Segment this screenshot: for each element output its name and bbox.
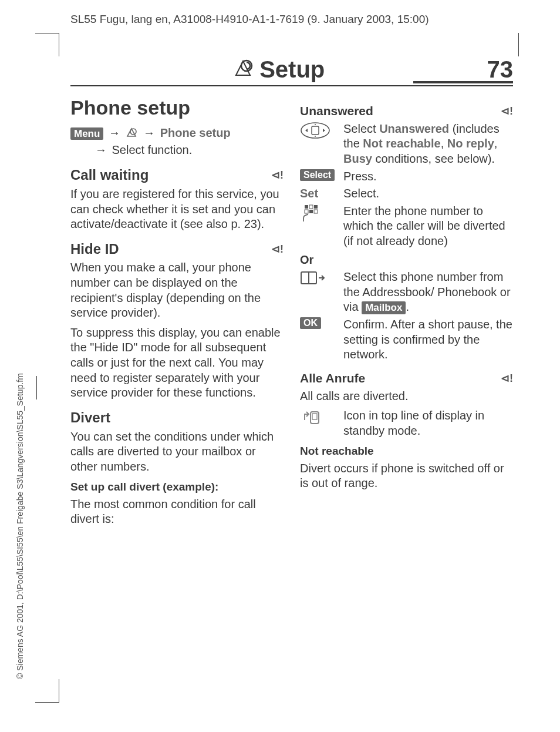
service-icon: ⊲! [271, 243, 284, 256]
or-label: Or [300, 253, 513, 268]
page-title: Setup [259, 56, 325, 83]
nav-key-icon [300, 122, 336, 139]
keypad-icon [300, 204, 336, 225]
not-reachable-heading: Not reachable [300, 444, 513, 458]
ok-pill: OK [300, 317, 321, 329]
unanswered-step1: Select Unanswered (includes the Not reac… [343, 122, 513, 167]
menu-breadcrumb: Menu → → Phone setup → Select function. [70, 125, 284, 159]
svg-rect-6 [314, 205, 318, 209]
set-text: Select. [343, 186, 513, 202]
unanswered-heading: Unanswered ⊲! [300, 103, 513, 119]
hide-id-heading: Hide ID ⊲! [70, 240, 284, 258]
svg-rect-9 [314, 210, 318, 213]
call-waiting-heading: Call waiting ⊲! [70, 166, 284, 184]
divert-status-icon [300, 408, 336, 426]
alle-icon-text: Icon in top line of display in standby m… [343, 408, 513, 438]
mailbox-pill: Mailbox [362, 301, 406, 314]
service-icon: ⊲! [501, 105, 513, 118]
divert-p2: The most common condition for call diver… [70, 497, 284, 527]
doc-header: SL55 Fugu, lang en, A31008-H4910-A1-1-76… [70, 13, 429, 26]
svg-rect-13 [312, 414, 317, 419]
svg-rect-7 [305, 210, 308, 213]
not-reachable-p1: Divert occurs if phone is switched off o… [300, 461, 513, 491]
alle-anrufe-heading: Alle Anrufe ⊲! [300, 371, 513, 387]
select-text: Press. [343, 169, 513, 184]
call-waiting-body: If you are registered for this service, … [70, 187, 284, 232]
page-number: 73 [487, 56, 514, 83]
divert-p1: You can set the conditions under which c… [70, 429, 284, 475]
setup-small-icon [126, 125, 139, 142]
svg-rect-8 [309, 210, 313, 213]
svg-rect-5 [309, 205, 313, 209]
service-icon: ⊲! [501, 372, 513, 385]
addr-text: Select this phone number from the Addres… [343, 270, 513, 315]
right-column: Unanswered ⊲! Select Unanswered (include… [300, 95, 513, 697]
addressbook-icon [300, 270, 336, 286]
divert-sub: Set up call divert (example): [70, 480, 284, 494]
setup-icon [232, 58, 256, 78]
menu-pill: Menu [70, 127, 103, 140]
hide-id-p2: To suppress this display, you can enable… [70, 325, 284, 401]
svg-rect-3 [312, 126, 319, 135]
svg-rect-4 [305, 205, 308, 209]
alle-p1: All calls are diverted. [300, 389, 513, 404]
enter-text: Enter the phone number to which the call… [343, 204, 513, 249]
left-column: Phone setup Menu → → Phone setup → Selec… [70, 95, 284, 697]
breadcrumb-select-fn: Select function. [112, 143, 192, 156]
set-label: Set [300, 186, 318, 202]
hide-id-p1: When you make a call, your phone number … [70, 260, 284, 320]
select-pill: Select [300, 169, 335, 181]
breadcrumb-phone-setup: Phone setup [160, 126, 231, 139]
ok-text: Confirm. After a short pause, the settin… [343, 317, 513, 362]
doc-side-path: © Siemens AG 2001, D:\Pool\L55\SI55\en F… [15, 373, 25, 679]
divert-heading: Divert [70, 409, 284, 427]
phone-setup-heading: Phone setup [70, 95, 284, 121]
service-icon: ⊲! [271, 169, 284, 182]
